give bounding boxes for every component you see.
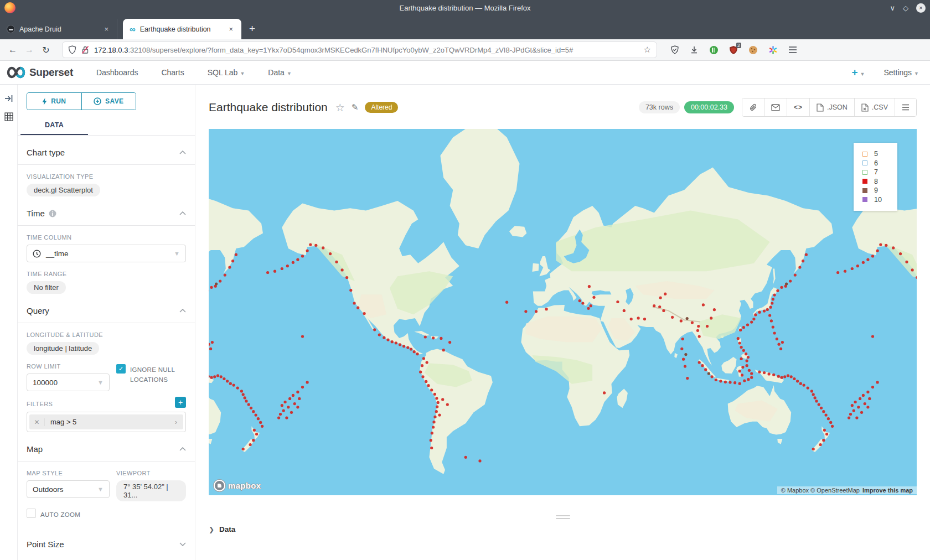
downloads-icon[interactable] bbox=[690, 45, 699, 54]
section-point-size[interactable]: Point Size bbox=[27, 527, 186, 556]
add-filter-button[interactable]: + bbox=[175, 397, 186, 408]
earthquake-point[interactable] bbox=[664, 293, 666, 295]
time-column-select[interactable]: __time ▼ bbox=[27, 245, 186, 262]
earthquake-point[interactable] bbox=[871, 255, 874, 257]
earthquake-point[interactable] bbox=[684, 365, 686, 368]
earthquake-point[interactable] bbox=[399, 343, 401, 346]
tab-close-icon[interactable]: × bbox=[102, 25, 110, 33]
earthquake-point[interactable] bbox=[849, 413, 852, 416]
earthquake-point[interactable] bbox=[421, 375, 424, 378]
earthquake-point[interactable] bbox=[255, 414, 257, 417]
earthquake-point[interactable] bbox=[750, 372, 753, 375]
earthquake-point[interactable] bbox=[433, 416, 436, 418]
panel-resize-handle[interactable] bbox=[556, 514, 570, 521]
earthquake-point[interactable] bbox=[844, 270, 846, 273]
earthquake-point[interactable] bbox=[779, 348, 782, 350]
earthquake-point[interactable] bbox=[249, 443, 252, 446]
earthquake-point[interactable] bbox=[787, 374, 789, 377]
earthquake-point[interactable] bbox=[768, 372, 771, 375]
expand-dataset-panel-icon[interactable] bbox=[0, 95, 17, 102]
earthquake-point[interactable] bbox=[242, 448, 245, 450]
earthquake-point[interactable] bbox=[780, 376, 783, 379]
cookie-icon[interactable] bbox=[748, 45, 758, 55]
earthquake-point[interactable] bbox=[424, 335, 427, 338]
shield-icon[interactable] bbox=[68, 45, 76, 54]
earthquake-point[interactable] bbox=[224, 274, 226, 277]
window-minimize-icon[interactable]: ∨ bbox=[890, 4, 895, 12]
earthquake-point[interactable] bbox=[448, 341, 451, 344]
earthquake-point-high-mag[interactable] bbox=[215, 283, 218, 286]
earthquake-point[interactable] bbox=[662, 309, 665, 312]
legend-item[interactable]: 5 bbox=[862, 149, 897, 159]
earthquake-point[interactable] bbox=[745, 352, 747, 355]
earthquake-point[interactable] bbox=[854, 401, 857, 403]
earthquake-point[interactable] bbox=[616, 300, 619, 303]
earthquake-point[interactable] bbox=[857, 406, 860, 408]
earthquake-point[interactable] bbox=[247, 403, 250, 406]
earthquake-point[interactable] bbox=[866, 258, 869, 261]
viz-type-value[interactable]: deck.gl Scatterplot bbox=[27, 184, 100, 196]
earthquake-point[interactable] bbox=[763, 310, 766, 313]
earthquake-point[interactable] bbox=[738, 342, 741, 345]
earthquake-point[interactable] bbox=[742, 349, 745, 352]
earthquake-point[interactable] bbox=[855, 417, 858, 419]
earthquake-point-high-mag[interactable] bbox=[684, 353, 687, 356]
time-range-value[interactable]: No filter bbox=[27, 281, 66, 294]
earthquake-point[interactable] bbox=[876, 381, 879, 383]
earthquake-point[interactable] bbox=[282, 409, 285, 412]
checkbox-unchecked-icon[interactable] bbox=[27, 509, 36, 518]
earthquake-point[interactable] bbox=[740, 357, 743, 360]
nav-sql-lab[interactable]: SQL Lab▼ bbox=[208, 68, 245, 77]
earthquake-point[interactable] bbox=[796, 380, 799, 382]
earthquake-point[interactable] bbox=[750, 376, 753, 379]
earthquake-point[interactable] bbox=[851, 267, 854, 270]
dataset-grid-icon[interactable] bbox=[0, 112, 17, 121]
earthquake-point[interactable] bbox=[802, 260, 804, 262]
earthquake-point[interactable] bbox=[431, 432, 433, 434]
earthquake-point[interactable] bbox=[820, 407, 823, 409]
earthquake-point[interactable] bbox=[697, 325, 700, 328]
earthquake-point[interactable] bbox=[715, 378, 717, 381]
lonlat-value[interactable]: longitude | latitude bbox=[27, 342, 99, 355]
earthquake-point[interactable] bbox=[430, 439, 432, 442]
earthquake-point[interactable] bbox=[250, 407, 252, 409]
run-button[interactable]: RUN bbox=[27, 93, 81, 110]
earthquake-point[interactable] bbox=[322, 246, 324, 249]
earthquake-point[interactable] bbox=[293, 402, 296, 405]
earthquake-point[interactable] bbox=[750, 321, 753, 324]
earthquake-point[interactable] bbox=[738, 382, 741, 385]
earthquake-point[interactable] bbox=[363, 312, 366, 315]
earthquake-point[interactable] bbox=[772, 298, 774, 300]
earthquake-point[interactable] bbox=[737, 337, 740, 340]
earthquake-point[interactable] bbox=[778, 343, 781, 346]
earthquake-point[interactable] bbox=[746, 360, 748, 362]
earthquake-point[interactable] bbox=[259, 421, 262, 424]
tab-close-icon[interactable]: × bbox=[227, 25, 235, 33]
earthquake-point[interactable] bbox=[766, 308, 769, 311]
earthquake-point[interactable] bbox=[252, 410, 255, 413]
earthquake-point[interactable] bbox=[209, 348, 212, 350]
legend-item[interactable]: 8 bbox=[862, 177, 897, 186]
earthquake-point[interactable] bbox=[301, 255, 304, 257]
earthquake-point[interactable] bbox=[440, 337, 442, 340]
earthquake-point[interactable] bbox=[353, 302, 356, 304]
earthquake-point[interactable] bbox=[823, 429, 826, 432]
earthquake-point[interactable] bbox=[578, 299, 581, 302]
earthquake-point[interactable] bbox=[752, 318, 755, 320]
earthquake-point[interactable] bbox=[298, 397, 301, 400]
add-button[interactable]: +▼ bbox=[851, 66, 865, 79]
earthquake-point[interactable] bbox=[210, 376, 213, 379]
earthquake-point[interactable] bbox=[524, 310, 527, 313]
earthquake-point[interactable] bbox=[402, 345, 405, 348]
earthquake-point[interactable] bbox=[430, 447, 433, 449]
section-map[interactable]: Map bbox=[27, 432, 186, 461]
copy-link-button[interactable] bbox=[742, 98, 764, 116]
tab-apache-druid[interactable]: Apache Druid × bbox=[0, 19, 117, 39]
earthquake-point[interactable] bbox=[825, 433, 828, 435]
earthquake-point[interactable] bbox=[812, 393, 815, 396]
earthquake-point[interactable] bbox=[441, 398, 444, 401]
earthquake-point[interactable] bbox=[306, 381, 309, 383]
legend-item[interactable]: 7 bbox=[862, 168, 897, 177]
earthquake-point[interactable] bbox=[777, 375, 780, 378]
earthquake-point[interactable] bbox=[438, 414, 441, 417]
